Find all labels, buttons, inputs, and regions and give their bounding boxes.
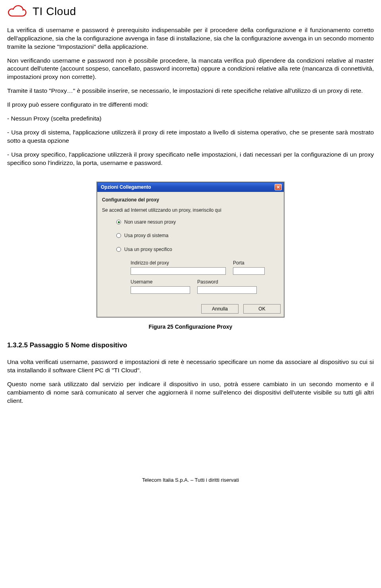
brand-name: TI Cloud	[33, 4, 76, 19]
paragraph: La verifica di username e password è pre…	[7, 26, 374, 51]
section-heading: 1.3.2.5 Passaggio 5 Nome dispositivo	[7, 341, 374, 350]
paragraph: Una volta verificati username, password …	[7, 358, 374, 375]
page-footer: Telecom Italia S.p.A. – Tutti i diritti …	[7, 477, 374, 484]
paragraph: Questo nome sarà utilizzato dal servizio…	[7, 380, 374, 405]
group-title: Configurazione del proxy	[102, 197, 279, 203]
radio-icon[interactable]	[116, 247, 121, 252]
paragraph: Il proxy può essere configurato in tre d…	[7, 101, 374, 109]
proxy-dialog: Opzioni Collegamento Configurazione del …	[96, 182, 285, 318]
cloud-icon	[7, 4, 29, 19]
paragraph: Tramite il tasto "Proxy…" è possibile in…	[7, 87, 374, 95]
radio-label: Usa un proxy specifico	[124, 246, 172, 253]
radio-icon[interactable]	[116, 233, 121, 238]
close-icon[interactable]	[275, 184, 282, 190]
radio-label: Usa proxy di sistema	[124, 232, 168, 239]
dialog-title: Opzioni Collegamento	[101, 184, 151, 190]
label-username: Username	[131, 279, 190, 285]
ok-button[interactable]: OK	[243, 304, 281, 314]
proxy-address-input[interactable]	[131, 267, 226, 275]
radio-icon[interactable]	[116, 220, 121, 224]
dialog-intro: Se accedi ad Internet utilizzando un pro…	[102, 207, 279, 213]
dialog-titlebar[interactable]: Opzioni Collegamento	[97, 182, 284, 192]
list-item: - Usa proxy specifico, l'applicazione ut…	[7, 151, 374, 167]
paragraph: Non verificando username e password non …	[7, 57, 374, 82]
label-proxy-address: Indirizzo del proxy	[131, 260, 226, 266]
label-password: Password	[197, 279, 257, 285]
radio-no-proxy[interactable]: Non usare nessun proxy	[116, 219, 279, 225]
radio-system-proxy[interactable]: Usa proxy di sistema	[116, 232, 279, 239]
list-item: - Nessun Proxy (scelta predefinita)	[7, 115, 374, 123]
proxy-username-input[interactable]	[131, 286, 190, 294]
list-item: - Usa proxy di sistema, l'applicazione u…	[7, 128, 374, 145]
label-proxy-port: Porta	[233, 260, 265, 266]
proxy-password-input[interactable]	[197, 286, 257, 294]
cancel-button[interactable]: Annulla	[201, 304, 239, 314]
radio-label: Non usare nessun proxy	[124, 219, 176, 225]
figure-caption: Figura 25 Configurazione Proxy	[7, 323, 374, 331]
proxy-port-input[interactable]	[233, 267, 265, 275]
brand-logo: TI Cloud	[7, 4, 374, 19]
radio-specific-proxy[interactable]: Usa un proxy specifico	[116, 246, 279, 253]
